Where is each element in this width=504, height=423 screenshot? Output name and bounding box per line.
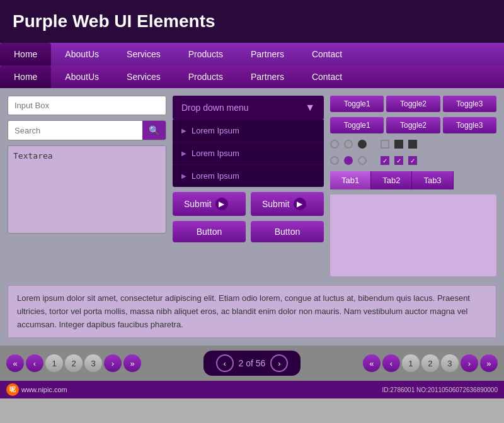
submit-row: Submit ▶ Submit ▶ [173,192,324,216]
search-wrapper: 🔍 [8,120,166,140]
checkbox-1[interactable] [381,140,389,149]
nav-item-contact-secondary[interactable]: Contact [298,65,356,88]
right-column: Toggle1 Toggle2 Toggle3 Toggle1 Toggle2 … [330,96,496,276]
tab-tab1[interactable]: Tab1 [330,171,371,189]
dropdown-item-2[interactable]: ▶ Lorem Ipsum [173,142,324,165]
dropdown-item-label-1: Lorem Ipsum [192,126,239,135]
nav-item-products-secondary[interactable]: Products [175,65,237,88]
pag-prev-btn[interactable]: ‹ [26,354,43,372]
nav-item-products-primary[interactable]: Products [175,43,237,65]
bottom-text-area: Lorem ipsum dolor sit amet, consectetur … [8,285,496,338]
radio-row-1 [330,138,496,150]
dropdown-arrow-icon: ▼ [305,102,315,113]
title-bar: Purple Web UI Elements [0,0,504,43]
pag-next-btn-r[interactable]: › [461,354,478,372]
radio-3[interactable] [358,140,367,149]
nav-item-services-secondary[interactable]: Services [113,65,175,88]
nav-item-partners-primary[interactable]: Partners [237,43,298,65]
toggle3-1[interactable]: Toggle3 [443,96,496,112]
pag-first-btn-r[interactable]: « [363,354,381,372]
submit-label-1: Submit [184,199,212,209]
pag-page-2-r[interactable]: 2 [421,354,439,372]
dropdown-wrapper: Drop down menu ▼ ▶ Lorem Ipsum ▶ Lorem I… [173,96,324,187]
toggle1-2[interactable]: Toggle1 [330,117,384,133]
dropdown-label: Drop down menu [181,103,249,113]
toggle-row-1: Toggle1 Toggle2 Toggle3 [330,96,496,112]
tab-tab2[interactable]: Tab2 [371,171,412,189]
watermark-text: ID:2786001 NO:20110506072636890000 [382,386,498,393]
pag-last-btn-r[interactable]: » [480,354,498,372]
submit-button-1[interactable]: Submit ▶ [173,192,246,216]
middle-column: Drop down menu ▼ ▶ Lorem Ipsum ▶ Lorem I… [173,96,324,276]
dropdown-item-label-2: Lorem Ipsum [192,149,239,158]
left-column: 🔍 Textarea [8,96,166,276]
pag-page-3-r[interactable]: 3 [441,354,459,372]
primary-nav: Home AboutUs Services Products Partners … [0,43,504,65]
pagination-right-group: « ‹ 1 2 3 › » [363,354,498,372]
toggle3-2[interactable]: Toggle3 [443,117,496,133]
pag-page-3[interactable]: 3 [84,354,102,372]
radio-6[interactable] [358,156,367,165]
chevron-right-icon: ▶ [181,127,186,134]
nav-item-aboutus-primary[interactable]: AboutUs [51,43,113,65]
main-content: 🔍 Textarea Drop down menu ▼ ▶ Lorem Ipsu… [0,88,504,346]
pag-prev-btn-r[interactable]: ‹ [382,354,400,372]
toggle2-2[interactable]: Toggle2 [386,117,440,133]
pag-first-btn[interactable]: « [6,354,24,372]
bottom-paragraph: Lorem ipsum dolor sit amet, consectetur … [17,292,487,331]
textarea-input[interactable]: Textarea [8,145,166,234]
pag-page-1-r[interactable]: 1 [402,354,420,372]
radio-4[interactable] [330,156,339,165]
nav-item-services-primary[interactable]: Services [113,43,175,65]
secondary-nav: Home AboutUs Services Products Partners … [0,65,504,88]
checkbox-3[interactable] [408,140,417,149]
dropdown-header[interactable]: Drop down menu ▼ [173,96,324,120]
toggle-row-2: Toggle1 Toggle2 Toggle3 [330,117,496,133]
nav-item-contact-primary[interactable]: Contact [298,43,356,65]
search-input[interactable] [8,121,142,140]
pag-last-btn[interactable]: » [123,354,141,372]
pagination-counter: ‹ 2 of 56 › [203,351,301,376]
nav-item-aboutus-secondary[interactable]: AboutUs [51,65,113,88]
chevron-right-icon-3: ▶ [181,172,186,179]
radio-5[interactable] [344,156,353,165]
dropdown-item-1[interactable]: ▶ Lorem Ipsum [173,120,324,142]
input-box[interactable] [8,96,166,115]
button-2[interactable]: Button [251,221,324,242]
logo-text: 呢 [9,385,16,394]
submit-button-2[interactable]: Submit ▶ [251,192,324,216]
pag-page-2[interactable]: 2 [65,354,83,372]
page-counter-text: 2 of 56 [239,358,266,368]
pag-counter-next[interactable]: › [270,354,288,372]
radio-2[interactable] [344,140,353,149]
logo-icon: 呢 [6,383,19,396]
checkbox-5[interactable]: ✓ [394,156,403,165]
toggle2-1[interactable]: Toggle2 [386,96,440,112]
radio-row-2: ✓ ✓ ✓ [330,155,496,166]
dropdown-item-3[interactable]: ▶ Lorem Ipsum [173,165,324,187]
pag-page-1[interactable]: 1 [45,354,63,372]
checkbox-6[interactable]: ✓ [408,156,417,165]
nav-item-home-primary[interactable]: Home [0,43,51,65]
chevron-right-icon-2: ▶ [181,150,186,157]
pagination-left-group: « ‹ 1 2 3 › » [6,354,141,372]
submit-arrow-icon-1: ▶ [215,198,228,210]
nav-item-partners-secondary[interactable]: Partners [237,65,298,88]
site-url: www.nipic.com [21,386,67,393]
tab-tab3[interactable]: Tab3 [412,171,453,189]
search-button[interactable]: 🔍 [142,121,166,140]
submit-label-2: Submit [262,199,290,209]
button-row: Button Button [173,221,324,242]
checkbox-2[interactable] [394,140,403,149]
toggle1-1[interactable]: Toggle1 [330,96,384,112]
submit-arrow-icon-2: ▶ [294,198,306,210]
tab-content [330,195,496,276]
pag-next-btn[interactable]: › [104,354,122,372]
checkbox-4[interactable]: ✓ [381,156,389,165]
tabs-header: Tab1 Tab2 Tab3 [330,171,496,189]
radio-1[interactable] [330,140,339,149]
button-1[interactable]: Button [173,221,246,242]
dropdown-body: ▶ Lorem Ipsum ▶ Lorem Ipsum ▶ Lorem Ipsu… [173,120,324,187]
nav-item-home-secondary[interactable]: Home [0,65,51,88]
pag-counter-prev[interactable]: ‹ [216,354,234,372]
